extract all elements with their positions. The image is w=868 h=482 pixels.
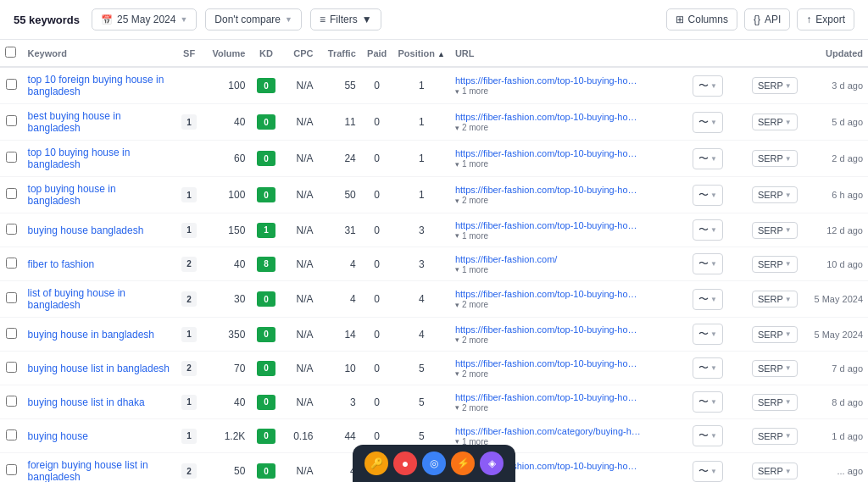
row-checkbox[interactable] bbox=[6, 362, 17, 373]
url-link[interactable]: https://fiber-fashion.com/top-10-buying-… bbox=[455, 148, 642, 158]
keyword-link[interactable]: buying house bangladesh bbox=[28, 224, 144, 236]
row-checkbox[interactable] bbox=[6, 292, 17, 303]
row-checkbox-cell[interactable] bbox=[0, 352, 23, 385]
header-traffic[interactable]: Traffic bbox=[319, 40, 361, 67]
row-checkbox-cell[interactable] bbox=[0, 177, 23, 213]
url-link[interactable]: https://fiber-fashion.com/ bbox=[455, 254, 642, 264]
serp-button[interactable]: SERP ▼ bbox=[752, 256, 798, 273]
url-link[interactable]: https://fiber-fashion.com/top-10-buying-… bbox=[455, 75, 642, 86]
url-link[interactable]: https://fiber-fashion.com/top-10-buying-… bbox=[455, 392, 642, 402]
url-link[interactable]: https://fiber-fashion.com/top-10-buying-… bbox=[455, 324, 642, 335]
keyword-link[interactable]: list of buying house in bangladesh bbox=[28, 287, 125, 311]
trend-button[interactable]: 〜 ▼ bbox=[693, 324, 723, 345]
url-more[interactable]: ▾ 2 more bbox=[455, 335, 682, 345]
header-paid[interactable]: Paid bbox=[361, 40, 393, 67]
row-checkbox[interactable] bbox=[6, 115, 17, 126]
url-more[interactable]: ▾ 1 more bbox=[455, 86, 682, 96]
keyword-link[interactable]: buying house list in bangladesh bbox=[28, 363, 170, 374]
header-cpc[interactable]: CPC bbox=[282, 40, 319, 67]
row-checkbox-cell[interactable] bbox=[0, 385, 23, 419]
row-checkbox-cell[interactable] bbox=[0, 213, 23, 247]
keyword-link[interactable]: buying house in bangladesh bbox=[28, 329, 154, 341]
url-more[interactable]: ▾ 2 more bbox=[455, 196, 682, 205]
row-checkbox-cell[interactable] bbox=[0, 453, 23, 483]
header-keyword[interactable]: Keyword bbox=[23, 40, 175, 67]
row-checkbox[interactable] bbox=[6, 224, 17, 235]
bottombar-icon-4[interactable]: ⚡ bbox=[451, 452, 475, 475]
row-checkbox[interactable] bbox=[6, 464, 17, 475]
trend-button[interactable]: 〜 ▼ bbox=[693, 425, 723, 446]
row-checkbox[interactable] bbox=[6, 152, 17, 163]
header-volume[interactable]: Volume bbox=[203, 40, 251, 67]
api-button[interactable]: {} API bbox=[744, 8, 790, 30]
keyword-link[interactable]: top 10 foreign buying house in banglades… bbox=[28, 74, 164, 97]
trend-button[interactable]: 〜 ▼ bbox=[693, 185, 723, 206]
url-link[interactable]: https://fiber-fashion.com/top-10-buying-… bbox=[455, 185, 642, 195]
bottombar-icon-1[interactable]: 🔑 bbox=[364, 452, 388, 475]
trend-button[interactable]: 〜 ▼ bbox=[693, 253, 723, 274]
trend-button[interactable]: 〜 ▼ bbox=[693, 75, 723, 97]
url-more[interactable]: ▾ 1 more bbox=[455, 159, 682, 169]
row-checkbox-cell[interactable] bbox=[0, 281, 23, 318]
url-link[interactable]: https://fiber-fashion.com/category/buyin… bbox=[455, 426, 642, 436]
keyword-link[interactable]: best buying house in bangladesh bbox=[28, 110, 121, 134]
header-position[interactable]: Position ▲ bbox=[393, 40, 450, 67]
serp-button[interactable]: SERP ▼ bbox=[752, 77, 798, 94]
row-checkbox-cell[interactable] bbox=[0, 141, 23, 177]
row-checkbox-cell[interactable] bbox=[0, 318, 23, 352]
header-updated[interactable]: Updated bbox=[804, 40, 868, 67]
row-checkbox[interactable] bbox=[6, 328, 17, 339]
serp-button[interactable]: SERP ▼ bbox=[752, 186, 798, 203]
url-more[interactable]: ▾ 2 more bbox=[455, 123, 682, 132]
select-all-checkbox[interactable] bbox=[5, 47, 16, 58]
keyword-link[interactable]: top buying house in bangladesh bbox=[28, 183, 116, 207]
url-link[interactable]: https://fiber-fashion.com/top-10-buying-… bbox=[455, 220, 642, 230]
keyword-link[interactable]: buying house list in dhaka bbox=[28, 396, 145, 408]
trend-button[interactable]: 〜 ▼ bbox=[693, 112, 723, 133]
bottombar-icon-5[interactable]: ◈ bbox=[480, 452, 504, 475]
row-checkbox-cell[interactable] bbox=[0, 247, 23, 281]
header-check[interactable] bbox=[0, 40, 23, 67]
row-checkbox-cell[interactable] bbox=[0, 104, 23, 141]
row-checkbox[interactable] bbox=[6, 429, 17, 440]
url-link[interactable]: https://fiber-fashion.com/top-10-buying-… bbox=[455, 289, 642, 299]
filters-button[interactable]: ≡ Filters ▼ bbox=[310, 8, 381, 30]
trend-button[interactable]: 〜 ▼ bbox=[693, 148, 723, 169]
header-sf[interactable]: SF bbox=[175, 40, 203, 67]
trend-button[interactable]: 〜 ▼ bbox=[693, 357, 723, 379]
serp-button[interactable]: SERP ▼ bbox=[752, 428, 798, 445]
serp-button[interactable]: SERP ▼ bbox=[752, 114, 798, 130]
bottombar-icon-2[interactable]: ● bbox=[393, 452, 417, 475]
serp-button[interactable]: SERP ▼ bbox=[752, 326, 798, 343]
url-link[interactable]: https://fiber-fashion.com/top-10-buying-… bbox=[455, 358, 642, 368]
url-link[interactable]: https://fiber-fashion.com/top-10-buying-… bbox=[455, 112, 642, 122]
keyword-link[interactable]: top 10 buying house in bangladesh bbox=[28, 147, 131, 170]
bottombar-icon-3[interactable]: ◎ bbox=[422, 452, 446, 475]
columns-button[interactable]: ⊞ Columns bbox=[666, 8, 737, 30]
row-checkbox[interactable] bbox=[6, 396, 17, 407]
trend-button[interactable]: 〜 ▼ bbox=[693, 391, 723, 413]
keyword-link[interactable]: fiber to fashion bbox=[28, 258, 95, 270]
header-url[interactable]: URL bbox=[450, 40, 687, 67]
trend-button[interactable]: 〜 ▼ bbox=[693, 289, 723, 310]
serp-button[interactable]: SERP ▼ bbox=[752, 394, 798, 411]
serp-button[interactable]: SERP ▼ bbox=[752, 360, 798, 377]
trend-button[interactable]: 〜 ▼ bbox=[693, 461, 723, 482]
row-checkbox-cell[interactable] bbox=[0, 419, 23, 453]
url-more[interactable]: ▾ 2 more bbox=[455, 403, 682, 413]
row-checkbox-cell[interactable] bbox=[0, 67, 23, 104]
url-more[interactable]: ▾ 2 more bbox=[455, 369, 682, 379]
keyword-link[interactable]: foreign buying house list in bangladesh bbox=[28, 459, 148, 482]
date-button[interactable]: 📅 25 May 2024 ▼ bbox=[92, 8, 197, 30]
url-more[interactable]: ▾ 1 more bbox=[455, 231, 682, 241]
row-checkbox[interactable] bbox=[6, 258, 17, 269]
trend-button[interactable]: 〜 ▼ bbox=[693, 219, 723, 241]
row-checkbox[interactable] bbox=[6, 188, 17, 199]
row-checkbox[interactable] bbox=[6, 79, 17, 90]
header-kd[interactable]: KD bbox=[250, 40, 281, 67]
serp-button[interactable]: SERP ▼ bbox=[752, 222, 798, 239]
export-button[interactable]: ↑ Export bbox=[797, 8, 854, 30]
serp-button[interactable]: SERP ▼ bbox=[752, 291, 798, 307]
compare-button[interactable]: Don't compare ▼ bbox=[205, 8, 302, 30]
serp-button[interactable]: SERP ▼ bbox=[752, 463, 798, 479]
